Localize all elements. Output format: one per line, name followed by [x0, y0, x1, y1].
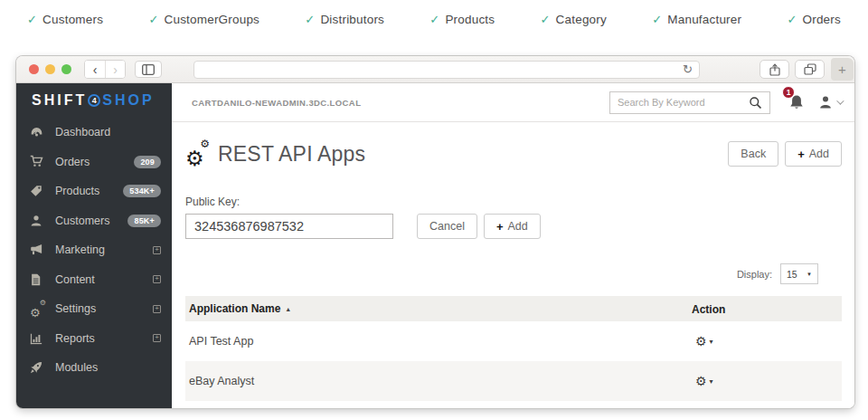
expand-icon[interactable]: +: [153, 334, 161, 342]
integration-orders[interactable]: ✓ Orders: [787, 13, 841, 26]
apps-table: Application Name ▲ Action API Test App ⚙…: [185, 296, 842, 401]
sidebar-item-marketing[interactable]: Marketing +: [16, 235, 172, 265]
sidebar-item-label: Products: [55, 185, 123, 197]
admin-app: SHIFT 4 SHOP Dashboard: [16, 83, 854, 408]
notifications-button[interactable]: 1: [788, 94, 805, 111]
sidebar-item-customers[interactable]: Customers 85K+: [16, 206, 172, 236]
zoom-window-button[interactable]: [61, 64, 71, 74]
gear-icon: ⚙: [30, 307, 41, 319]
gear-icon: ⚙: [695, 335, 707, 348]
sidebar-item-label: Marketing: [55, 243, 153, 256]
orders-count-badge: 209: [134, 156, 161, 168]
sidebar-item-modules[interactable]: Modules: [16, 353, 172, 383]
browser-toolbar: ‹ › ↻ +: [16, 56, 854, 83]
sidebar-item-products[interactable]: Products 534K+: [16, 177, 172, 206]
search-icon[interactable]: [749, 96, 762, 110]
integration-customers[interactable]: ✓ Customers: [27, 13, 103, 26]
megaphone-icon: [30, 243, 51, 256]
address-bar[interactable]: ↻: [193, 61, 700, 79]
rocket-icon: [30, 361, 51, 374]
tab-overview-button[interactable]: [795, 60, 825, 79]
gear-icon: ⚙: [40, 300, 46, 307]
integration-manufacturer[interactable]: ✓ Manufacturer: [652, 13, 741, 26]
confirm-add-button[interactable]: + Add: [484, 214, 541, 239]
expand-icon[interactable]: +: [153, 305, 161, 313]
add-app-button[interactable]: + Add: [785, 141, 842, 167]
api-gears-icon: ⚙ ⚙: [185, 142, 210, 166]
store-name: CARTDANILO-NEWADMIN.3DC.LOCAL: [192, 98, 361, 108]
logo-text-shop: SHOP: [102, 92, 154, 109]
check-icon: ✓: [429, 13, 439, 26]
account-menu-button[interactable]: [818, 95, 842, 110]
document-icon: [30, 273, 51, 286]
back-button-label: Back: [741, 148, 766, 160]
forward-nav-button[interactable]: ›: [105, 61, 125, 78]
caret-down-icon: ▾: [710, 338, 713, 346]
integration-label: Orders: [803, 13, 841, 26]
search-input[interactable]: [618, 97, 749, 108]
back-nav-button[interactable]: ‹: [85, 61, 105, 78]
sidebar-item-label: Content: [55, 273, 153, 286]
integration-category[interactable]: ✓ Category: [540, 13, 606, 26]
page-size-value: 15: [787, 269, 797, 280]
public-key-input[interactable]: [185, 214, 393, 239]
browser-window: ‹ › ↻ +: [16, 56, 854, 408]
check-icon: ✓: [652, 13, 662, 26]
sidebar-item-reports[interactable]: Reports +: [16, 324, 172, 354]
row-action-menu[interactable]: ⚙ ▾: [688, 335, 833, 348]
display-label: Display:: [737, 269, 772, 280]
column-header-application-name[interactable]: Application Name: [189, 302, 280, 315]
app-name-cell: eBay Analyst: [189, 375, 688, 387]
close-window-button[interactable]: [29, 64, 39, 74]
integration-label: Products: [445, 13, 495, 26]
check-icon: ✓: [787, 13, 797, 26]
cancel-button[interactable]: Cancel: [417, 214, 477, 239]
logo-text-shift: SHIFT: [32, 92, 87, 109]
caret-down-icon: ▾: [710, 377, 713, 386]
page-title: REST API Apps: [218, 142, 365, 167]
sidebar: SHIFT 4 SHOP Dashboard: [16, 83, 172, 408]
chevron-down-icon: [836, 97, 844, 104]
shift4shop-logo[interactable]: SHIFT 4 SHOP: [16, 83, 172, 118]
public-key-form: Cancel + Add: [185, 214, 842, 239]
integration-label: Distributors: [320, 13, 384, 26]
public-key-label: Public Key:: [185, 196, 842, 208]
table-row: eBay Analyst ⚙ ▾: [185, 361, 842, 401]
cart-icon: [30, 155, 51, 168]
sidebar-item-orders[interactable]: Orders 209: [16, 148, 172, 177]
page-size-select[interactable]: 15 ▼: [780, 263, 818, 284]
check-icon: ✓: [540, 13, 550, 26]
row-action-menu[interactable]: ⚙ ▾: [688, 375, 833, 387]
plus-icon: +: [797, 148, 805, 161]
back-button[interactable]: Back: [728, 141, 778, 167]
admin-top-bar: CARTDANILO-NEWADMIN.3DC.LOCAL 1: [172, 83, 854, 122]
url-input[interactable]: [201, 64, 683, 75]
sort-asc-icon: ▲: [285, 306, 291, 312]
expand-icon[interactable]: +: [153, 275, 161, 283]
keyword-search-box[interactable]: [609, 91, 770, 114]
add-button-label: Add: [809, 148, 829, 160]
sidebar-toggle-button[interactable]: [135, 61, 162, 78]
sidebar-item-settings[interactable]: ⚙ ⚙ Settings +: [16, 294, 172, 324]
sidebar-item-dashboard[interactable]: Dashboard: [16, 118, 172, 148]
integration-status-bar: ✓ Customers ✓ CustomerGroups ✓ Distribut…: [0, 0, 868, 38]
tags-icon: [30, 185, 51, 198]
refresh-icon[interactable]: ↻: [683, 63, 693, 75]
plus-icon: +: [496, 220, 504, 234]
integration-customergroups[interactable]: ✓ CustomerGroups: [148, 13, 259, 26]
share-icon: [769, 63, 780, 76]
new-tab-button[interactable]: +: [831, 58, 854, 81]
integration-distributors[interactable]: ✓ Distributors: [305, 13, 384, 26]
integration-label: Category: [556, 13, 607, 26]
bar-chart-icon: [30, 332, 51, 345]
app-name-cell: API Test App: [189, 335, 688, 348]
check-icon: ✓: [27, 13, 37, 26]
sidebar-item-label: Customers: [55, 215, 127, 227]
notification-count-badge: 1: [782, 86, 795, 99]
minimize-window-button[interactable]: [45, 64, 55, 74]
user-icon: [818, 95, 833, 110]
sidebar-item-content[interactable]: Content +: [16, 265, 172, 295]
expand-icon[interactable]: +: [153, 246, 161, 254]
share-button[interactable]: [760, 60, 789, 79]
integration-products[interactable]: ✓ Products: [429, 13, 495, 26]
